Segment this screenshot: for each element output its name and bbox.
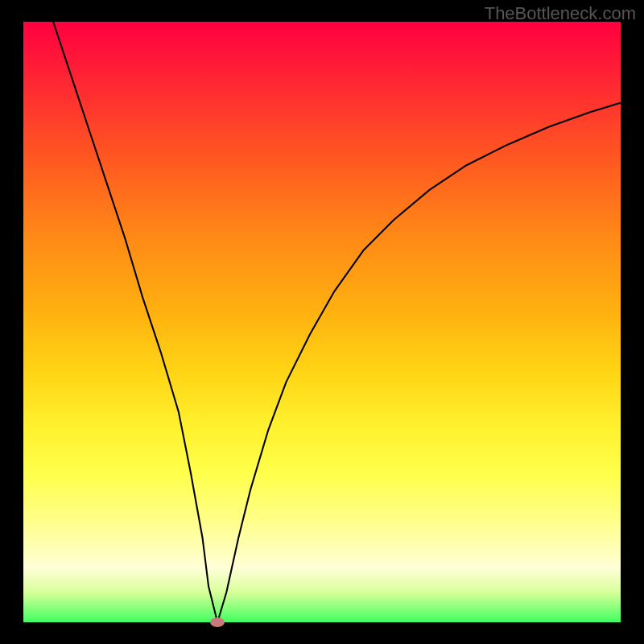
bottleneck-curve	[23, 22, 621, 622]
watermark-text: TheBottleneck.com	[485, 3, 636, 24]
plot-area	[23, 22, 621, 622]
minimum-marker	[210, 617, 225, 627]
